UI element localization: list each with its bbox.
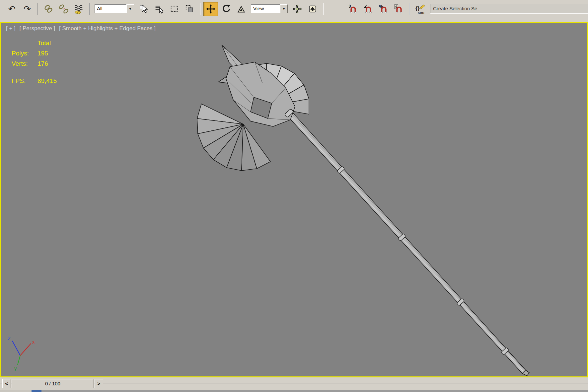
braces-pencil-icon: {} ABC <box>414 3 426 15</box>
stats-fps-value: 89,415 <box>37 77 57 85</box>
axis-tripod: Z x y <box>8 336 35 371</box>
stats-polys-value: 195 <box>37 50 57 57</box>
toolbar-separator <box>323 3 324 15</box>
axis-x-label: x <box>32 339 35 345</box>
stats-verts-value: 176 <box>37 60 57 67</box>
track-bar-right <box>41 390 588 392</box>
chevron-down-icon[interactable]: ▼ <box>126 4 134 13</box>
rectangular-selection-region-button[interactable] <box>167 2 182 16</box>
stats-verts-label: Verts: <box>12 60 37 67</box>
undo-icon: ↶ <box>8 5 16 13</box>
selection-filter-dropdown[interactable]: All ▼ <box>95 4 134 13</box>
redo-icon: ↷ <box>24 5 31 13</box>
next-frame-button[interactable]: > <box>95 379 103 388</box>
previous-frame-button[interactable]: < <box>2 379 11 388</box>
svg-text:ABC: ABC <box>418 11 424 15</box>
track-bar-left <box>0 390 32 392</box>
time-slider-bar: < 0 / 100 > <box>0 377 588 390</box>
select-and-link-button[interactable] <box>41 2 56 16</box>
angle-snap-toggle-button[interactable] <box>361 2 376 16</box>
selection-filter-value: All <box>95 4 126 13</box>
stats-fps-label: FPS: <box>12 77 37 85</box>
named-selection-sets-text: Create Selection Se <box>433 6 477 11</box>
select-and-scale-button[interactable] <box>234 2 249 16</box>
manipulate-arrow-icon <box>307 4 318 14</box>
named-selection-sets-field[interactable]: Create Selection Se <box>430 4 588 14</box>
select-and-manipulate-button[interactable] <box>305 2 320 16</box>
rotate-circle-icon <box>221 4 231 14</box>
viewport-menu-pov[interactable]: [ Perspective ] <box>20 25 55 32</box>
axis-y-label: y <box>14 365 17 371</box>
svg-text:3: 3 <box>349 4 351 9</box>
pivot-center-icon <box>292 4 303 14</box>
space-warp-waves-icon <box>74 4 84 14</box>
unlink-selection-button[interactable] <box>56 2 71 16</box>
toolbar-separator <box>200 3 200 15</box>
snap-magnet-3d-icon: 3 <box>348 4 358 14</box>
undo-button[interactable]: ↶ <box>5 2 19 16</box>
axis-z-label: Z <box>8 336 11 341</box>
stats-total-header: Total <box>37 39 57 47</box>
move-cross-icon <box>205 4 216 14</box>
coord-system-value: View <box>251 4 280 13</box>
select-and-rotate-button[interactable] <box>219 2 233 16</box>
stats-row-polys: Polys: 195 <box>12 50 57 57</box>
time-slider-thumb[interactable]: 0 / 100 <box>12 379 94 388</box>
link-icon <box>43 4 54 14</box>
main-toolbar: ↶ ↷ <box>0 0 588 17</box>
select-object-button[interactable] <box>136 2 151 16</box>
perspective-viewport[interactable]: Z x y [ + ] [ Perspective ] [ Smooth + H… <box>0 22 588 377</box>
toolbar-separator <box>409 3 410 15</box>
stats-row-fps: FPS: 89,415 <box>12 77 57 85</box>
broken-link-icon <box>58 4 69 14</box>
chevron-down-icon[interactable]: ▼ <box>280 4 288 13</box>
bind-to-space-warp-button[interactable] <box>72 2 86 16</box>
angle-snap-magnet-icon <box>363 4 374 14</box>
window-crossing-icon <box>184 4 195 14</box>
track-bar-strip <box>0 390 588 392</box>
spinner-snap-magnet-icon <box>394 4 404 14</box>
select-and-move-button[interactable] <box>203 2 218 16</box>
dashed-rect-icon <box>169 4 180 14</box>
stats-polys-label: Polys: <box>12 50 37 57</box>
axe-model[interactable]: Z x y <box>1 23 587 376</box>
percent-snap-toggle-button[interactable]: % <box>376 2 391 16</box>
list-cursor-icon <box>154 4 164 14</box>
svg-text:{}: {} <box>415 6 419 11</box>
viewport-statistics: Total Polys: 195 Verts: 176 FPS: 89,415 <box>12 39 57 88</box>
reference-coordinate-system-dropdown[interactable]: View ▼ <box>251 4 288 13</box>
viewport-menu-general[interactable]: [ + ] <box>6 25 16 32</box>
window-crossing-toggle-button[interactable] <box>182 2 197 16</box>
toolbar-separator <box>37 3 38 15</box>
use-pivot-point-center-button[interactable] <box>290 2 305 16</box>
percent-snap-magnet-icon: % <box>378 4 389 14</box>
toolbar-separator <box>89 3 90 15</box>
stats-spacer <box>12 39 37 47</box>
stats-row-verts: Verts: 176 <box>12 60 57 67</box>
axe-handle <box>287 111 529 376</box>
scale-triangle-icon <box>236 4 247 14</box>
redo-button[interactable]: ↷ <box>20 2 35 16</box>
snaps-toggle-button[interactable]: 3 <box>346 2 360 16</box>
viewport-menu-shading[interactable]: [ Smooth + Highlights + Edged Faces ] <box>59 25 156 32</box>
track-bar-scroll-handle[interactable] <box>32 390 41 392</box>
select-by-name-button[interactable] <box>152 2 166 16</box>
edit-named-selection-sets-button[interactable]: {} ABC <box>413 2 427 16</box>
spinner-snap-toggle-button[interactable] <box>392 2 406 16</box>
cursor-arrow-icon <box>138 4 149 14</box>
viewport-label: [ + ] [ Perspective ] [ Smooth + Highlig… <box>6 25 158 32</box>
